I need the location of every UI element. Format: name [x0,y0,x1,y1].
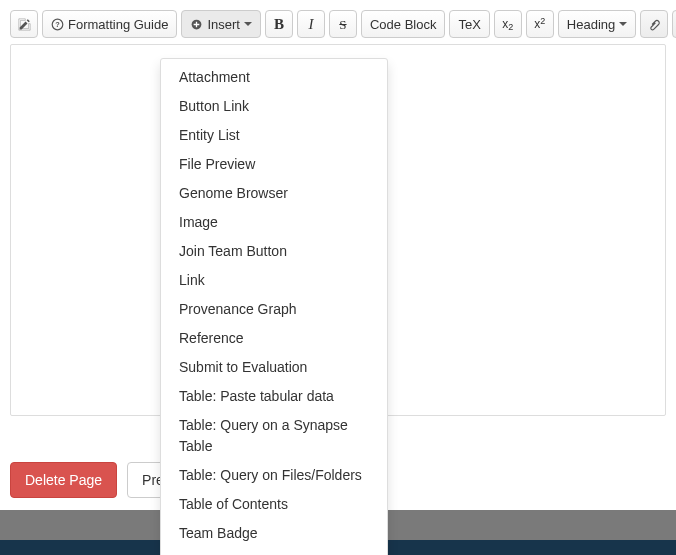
menu-item-label: Table: Paste tabular data [179,386,334,407]
editor-toolbar: ? Formatting Guide Insert B I S Code Blo… [0,0,676,44]
insert-reference[interactable]: Reference [161,324,387,353]
strike-button[interactable]: S [329,10,357,38]
insert-table-query-files[interactable]: Table: Query on Files/Folders [161,461,387,490]
insert-table-query-synapse[interactable]: Table: Query on a Synapse Table [161,411,387,461]
menu-item-label: Table: Query on Files/Folders [179,465,362,486]
strike-label: S [339,18,346,31]
insert-team-badge[interactable]: Team Badge [161,519,387,548]
menu-item-label: Button Link [179,96,249,117]
insert-join-team-button[interactable]: Join Team Button [161,237,387,266]
superscript-sup: 2 [540,17,545,26]
menu-item-label: Table of Contents [179,494,288,515]
help-circle-icon: ? [51,18,64,31]
menu-item-label: Image [179,212,218,233]
chevron-down-icon [619,22,627,26]
code-block-button[interactable]: Code Block [361,10,445,38]
italic-label: I [308,17,313,32]
tex-button[interactable]: TeX [449,10,489,38]
subscript-sub: 2 [508,23,513,32]
heading-dropdown-button[interactable]: Heading [558,10,636,38]
insert-provenance-graph[interactable]: Provenance Graph [161,295,387,324]
svg-text:?: ? [55,20,60,29]
subscript-button[interactable]: x2 [494,10,522,38]
menu-item-label: Submit to Evaluation [179,357,307,378]
menu-item-label: Link [179,270,205,291]
insert-entity-list[interactable]: Entity List [161,121,387,150]
italic-button[interactable]: I [297,10,325,38]
superscript-button[interactable]: x2 [526,10,554,38]
insert-dropdown-menu: AttachmentButton LinkEntity ListFile Pre… [160,58,388,555]
insert-submit-to-evaluation[interactable]: Submit to Evaluation [161,353,387,382]
image-button[interactable] [672,10,676,38]
insert-dropdown-button[interactable]: Insert [181,10,261,38]
menu-item-label: File Preview [179,154,255,175]
menu-item-label: Reference [179,328,244,349]
menu-item-label: Join Team Button [179,241,287,262]
insert-user[interactable]: User [161,548,387,555]
insert-image[interactable]: Image [161,208,387,237]
pencil-square-icon [18,18,31,31]
insert-file-preview[interactable]: File Preview [161,150,387,179]
insert-genome-browser[interactable]: Genome Browser [161,179,387,208]
insert-button-link[interactable]: Button Link [161,92,387,121]
delete-page-button[interactable]: Delete Page [10,462,117,498]
chevron-down-icon [244,22,252,26]
tex-label: TeX [458,18,480,31]
insert-label: Insert [207,18,240,31]
bold-button[interactable]: B [265,10,293,38]
insert-attachment[interactable]: Attachment [161,63,387,92]
insert-table-of-contents[interactable]: Table of Contents [161,490,387,519]
menu-item-label: Entity List [179,125,240,146]
formatting-guide-label: Formatting Guide [68,18,168,31]
formatting-guide-button[interactable]: ? Formatting Guide [42,10,177,38]
bold-label: B [274,17,284,32]
paperclip-icon [648,18,661,31]
delete-page-label: Delete Page [25,472,102,488]
attachment-button[interactable] [640,10,668,38]
plus-circle-icon [190,18,203,31]
edit-button[interactable] [10,10,38,38]
menu-item-label: Table: Query on a Synapse Table [179,415,369,457]
heading-label: Heading [567,18,615,31]
menu-item-label: Provenance Graph [179,299,297,320]
menu-item-label: Genome Browser [179,183,288,204]
menu-item-label: Attachment [179,67,250,88]
menu-item-label: Team Badge [179,523,258,544]
insert-link[interactable]: Link [161,266,387,295]
code-block-label: Code Block [370,18,436,31]
insert-table-paste[interactable]: Table: Paste tabular data [161,382,387,411]
